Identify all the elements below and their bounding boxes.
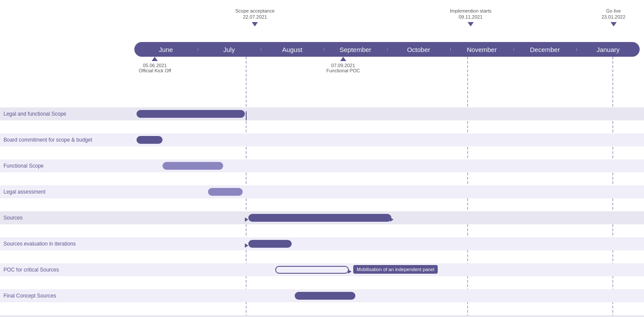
gantt-rows: Legal and functional Scope Board commitm… — [0, 107, 644, 315]
milestone-scope-label: Scope acceptance22.07.2021 — [235, 8, 275, 20]
row-label-legal-assessment: Legal assessment — [3, 189, 46, 195]
row-sources-eval: Sources evaluation in iterations — [0, 237, 644, 250]
row-poc-sources: POC for critical Sources Mobilisation of… — [0, 263, 644, 276]
milestone-scope-arrow — [252, 22, 258, 26]
month-october: October — [387, 46, 450, 53]
row-final-concept: Final Concept Sources — [0, 289, 644, 302]
arrow-sources-eval-start — [245, 243, 248, 248]
row-label-final-concept: Final Concept Sources — [3, 293, 56, 299]
row-legal-assessment: Legal assessment — [0, 185, 644, 198]
bar-poc-sources-outline — [275, 266, 349, 274]
month-august: August — [261, 46, 324, 53]
row-label-sources-eval: Sources evaluation in iterations — [3, 241, 76, 247]
milestone-impl-arrow — [468, 22, 474, 26]
tooltip-mobilisation: Mobilisation of an independent panel — [353, 265, 438, 274]
bar-board-commitment — [137, 136, 163, 144]
milestone-impl-starts: Implemention starts09.11.2021 — [450, 8, 491, 26]
month-january: January — [576, 46, 640, 53]
row-board-commitment: Board commitment for scope & budget — [0, 133, 644, 146]
month-july: July — [198, 46, 261, 53]
row-functional-scope: Functional Scope — [0, 159, 644, 172]
month-november: November — [450, 46, 514, 53]
bar-legal-assessment — [208, 188, 243, 196]
milestone-kickoff-label: 05.06.2021Official Kick Off — [139, 63, 171, 73]
milestone-poc-arrow — [340, 57, 346, 61]
row-label-functional-scope: Functional Scope — [3, 163, 44, 169]
connector-legal-scope — [246, 111, 247, 120]
row-label-poc-sources: POC for critical Sources — [3, 267, 59, 273]
milestone-scope-acceptance: Scope acceptance22.07.2021 — [235, 8, 275, 26]
gantt-chart: Scope acceptance22.07.2021 Implemention … — [0, 0, 644, 317]
bar-sources — [248, 214, 391, 222]
row-specification: Specification — [0, 315, 644, 317]
bar-legal-scope — [137, 110, 245, 118]
milestone-golive: Go live23.01.2022 — [602, 8, 625, 26]
milestone-golive-arrow — [611, 22, 617, 26]
month-december: December — [514, 46, 577, 53]
row-label-sources: Sources — [3, 215, 23, 221]
arrow-poc-end — [348, 269, 351, 274]
arrow-sources-end — [390, 217, 394, 222]
milestone-golive-label: Go live23.01.2022 — [602, 8, 625, 20]
milestone-impl-label: Implemention starts09.11.2021 — [450, 8, 491, 20]
row-sources: Sources — [0, 211, 644, 224]
month-september: September — [324, 46, 387, 53]
bar-functional-scope — [163, 162, 223, 170]
row-label-legal-functional-scope: Legal and functional Scope — [3, 111, 66, 117]
milestone-kickoff: 05.06.2021Official Kick Off — [139, 57, 171, 73]
timeline-bar: June July August September October Novem… — [134, 42, 640, 57]
month-june: June — [134, 46, 198, 53]
row-label-board-commitment: Board commitment for scope & budget — [3, 137, 92, 143]
row-legal-functional-scope: Legal and functional Scope — [0, 107, 644, 120]
milestone-poc: 07.09.2021Functional POC — [326, 57, 360, 73]
arrow-sources-start — [245, 217, 248, 222]
milestone-poc-label: 07.09.2021Functional POC — [326, 63, 360, 73]
bar-final-concept — [295, 292, 355, 300]
milestone-kickoff-arrow — [152, 57, 158, 61]
bar-sources-eval — [248, 240, 292, 248]
